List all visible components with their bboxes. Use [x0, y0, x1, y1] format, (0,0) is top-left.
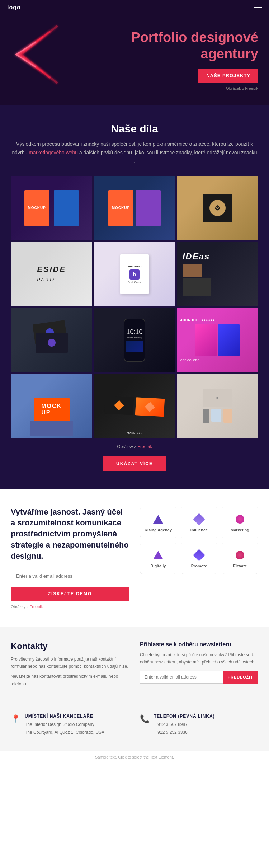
portfolio-title: Naše díla — [11, 123, 258, 135]
portfolio-item-billboard[interactable]: MOCKUP — [11, 374, 92, 438]
orange-diamond — [114, 400, 124, 410]
hero-content: Portfolio designové agentury NAŠE PROJEK… — [122, 29, 258, 90]
portfolio-desc: Výsledkem procesu budování značky naší s… — [11, 140, 258, 165]
hero-section: Portfolio designové agentury NAŠE PROJEK… — [0, 15, 269, 105]
book-cover-mock: John Smith b Book Cover — [120, 254, 149, 294]
eside-label: ESIDEPARIS — [37, 265, 66, 283]
logo-grid: Rising Agency Influence Marketing — [140, 507, 258, 574]
office-title: UMÍSTĚNÍ NAŠÍ KANCELÁŘE — [25, 714, 104, 719]
hero-cta-button[interactable]: NAŠE PROJEKTY — [198, 69, 258, 83]
rising-label: Rising Agency — [145, 528, 172, 532]
dark-card1 — [104, 395, 134, 415]
digitally-icon — [152, 549, 165, 562]
clarity-demo-button[interactable]: ZÍSKEJTE DEMO — [11, 587, 129, 601]
clarity-title: Vytváříme jasnost. Jasný účel a srozumit… — [11, 507, 129, 562]
influence-icon — [193, 513, 206, 526]
phone-title: TELEFON (PEVNÁ LINKA) — [154, 714, 215, 719]
color-cards — [195, 324, 240, 356]
portfolio-source: Obrázky z Freepik — [11, 444, 258, 449]
influence-label: Influence — [190, 528, 208, 532]
phone-item: 📞 TELEFON (PEVNÁ LINKA) + 912 3 567 8987… — [140, 714, 258, 736]
card-front — [36, 333, 68, 353]
portfolio-desc-link[interactable]: marketingového webu — [29, 150, 78, 155]
hero-title: Portfolio designové agentury — [122, 29, 258, 62]
card-pink — [195, 324, 217, 356]
influence-diamond — [193, 513, 205, 525]
location-icon: 📍 — [11, 714, 20, 724]
promote-label: Promote — [191, 564, 207, 568]
logo-card-digitally[interactable]: Digitally — [140, 543, 176, 574]
rising-triangle — [153, 515, 163, 524]
phone-number2: + 912 5 252 3336 — [154, 729, 215, 737]
portfolio-item-ideas[interactable]: IDEas — [177, 242, 258, 306]
marketing-icon — [233, 513, 246, 526]
clarity-right: Rising Agency Influence Marketing — [140, 507, 258, 574]
newsletter-submit-button[interactable]: PŘEDLOŽIT — [223, 671, 258, 684]
rising-icon — [152, 513, 165, 526]
portfolio-item-bookcover[interactable]: John Smith b Book Cover — [94, 242, 175, 306]
clarity-source-link[interactable]: Freepik — [30, 605, 43, 609]
book-cover-text: Book Cover — [128, 281, 141, 283]
portfolio-item-bizcard[interactable] — [11, 308, 92, 372]
contact-right: Přihlaste se k odběru newsletteru Chcete… — [140, 641, 258, 691]
hamburger-line3 — [254, 10, 262, 10]
hero-source-link[interactable]: Freepik — [245, 86, 258, 90]
portfolio-grid-row1: MOCKUP MOCKUP ⚙ — [11, 176, 258, 240]
clarity-section: Vytváříme jasnost. Jasný účel a srozumit… — [0, 489, 269, 627]
logo-card-influence[interactable]: Influence — [181, 507, 217, 538]
contact-title: Kontakty — [11, 641, 129, 651]
newsletter-title: Přihlaste se k odběru newsletteru — [140, 641, 258, 648]
location-item: 📍 UMÍSTĚNÍ NAŠÍ KANCELÁŘE The Interior D… — [11, 714, 129, 736]
elevate-icon — [233, 549, 246, 562]
contact-desc2: Neváhejte nás kontaktovat prostřednictví… — [11, 673, 129, 688]
hero-arrows — [0, 15, 79, 94]
desk-items — [203, 409, 232, 423]
phone-mock: 10:10 Wednesday — [124, 319, 145, 362]
clarity-email-input[interactable] — [11, 569, 129, 583]
logo-card-marketing[interactable]: Marketing — [222, 507, 258, 538]
newsletter-email-input[interactable] — [140, 671, 223, 684]
logo-card-elevate[interactable]: Elevate — [222, 543, 258, 574]
card-blue — [218, 324, 240, 356]
laptop — [183, 278, 211, 296]
desk-laptop: ▣ — [203, 389, 232, 407]
clarity-source: Obrázky z Freepik — [11, 605, 129, 609]
footer: Sample text. Click to select the Text El… — [0, 751, 269, 764]
portfolio-item-sign[interactable]: ⚙ — [177, 176, 258, 240]
portfolio-item-darkcard[interactable]: MAKE ●●● — [94, 374, 175, 438]
portfolio-item-eside[interactable]: ESIDEPARIS — [11, 242, 92, 306]
promote-icon — [193, 549, 206, 562]
portfolio-grid-row2: ESIDEPARIS John Smith b Book Cover IDEas — [11, 242, 258, 306]
phone-icon: 📞 — [140, 714, 150, 724]
portfolio-source-link[interactable]: Freepik — [138, 444, 152, 449]
phone-time: 10:10 — [126, 328, 142, 336]
coffee-cup — [183, 264, 202, 277]
portfolio-grid-row3: 10:10 Wednesday JOHN DOE ●●●●●● CRE COLO… — [11, 308, 258, 372]
poster2 — [54, 190, 79, 226]
logo-card-rising[interactable]: Rising Agency — [140, 507, 176, 538]
digitally-label: Digitally — [151, 564, 166, 568]
portfolio-grid-row4: MOCKUP MAKE ●●● ▣ — [11, 374, 258, 438]
logo: logo — [7, 4, 21, 11]
office-address2: The Courtyard, Al Quoz 1, Colorado, USA — [25, 729, 104, 737]
portfolio-section: Naše díla Výsledkem procesu budování zna… — [0, 105, 269, 488]
poster3: MOCKUP — [108, 190, 133, 226]
portfolio-item-colorcard[interactable]: JOHN DOE ●●●●●● CRE COLORS — [177, 308, 258, 372]
footer-text: Sample text. Click to select the Text El… — [7, 755, 262, 759]
office-address1: The Interior Design Studio Company — [25, 721, 104, 729]
logo-card-promote[interactable]: Promote — [181, 543, 217, 574]
clarity-email-wrap: ZÍSKEJTE DEMO — [11, 569, 129, 601]
hero-source: Obrázek z Freepik — [122, 86, 258, 90]
portfolio-item-mockup2[interactable]: MOCKUP — [94, 176, 175, 240]
poster4 — [136, 190, 161, 226]
ideas-label: IDEas — [183, 252, 210, 262]
portfolio-item-desk[interactable]: ▣ — [177, 374, 258, 438]
colorcard-header: JOHN DOE ●●●●●● — [180, 318, 215, 322]
show-more-button[interactable]: UKÁZAT VÍCE — [103, 456, 166, 471]
contact-desc1: Pro všechny žádosti o informace použijte… — [11, 656, 129, 670]
clarity-left: Vytváříme jasnost. Jasný účel a srozumit… — [11, 507, 129, 609]
poster1: MOCKUP — [24, 190, 49, 226]
portfolio-item-phone[interactable]: 10:10 Wednesday — [94, 308, 175, 372]
portfolio-item-mockup1[interactable]: MOCKUP — [11, 176, 92, 240]
hamburger-menu[interactable] — [254, 5, 262, 10]
